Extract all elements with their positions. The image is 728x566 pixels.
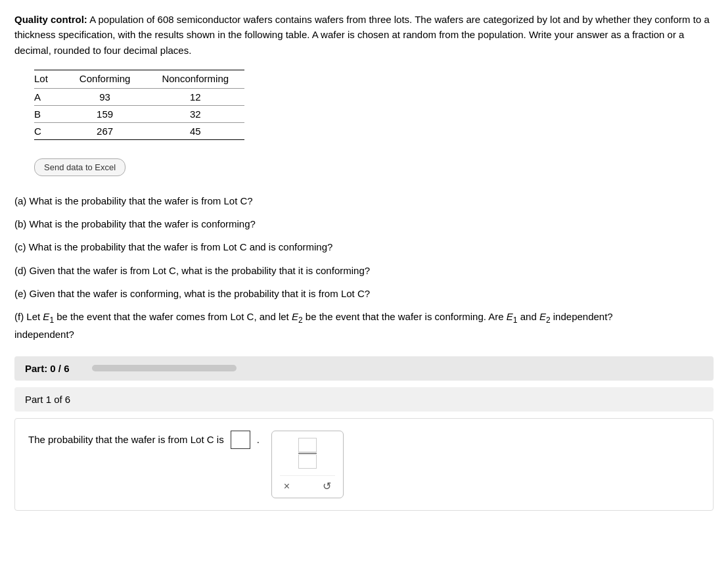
question-description: A population of 608 semiconductor wafers… [14,14,710,56]
part-question-c: (c) What is the probability that the waf… [14,239,714,254]
part-question-a: (a) What is the probability that the waf… [14,193,714,208]
part-header-section: Part 1 of 6 [14,387,714,412]
lot-b-nonconforming: 32 [146,105,244,122]
answer-input[interactable] [231,431,250,449]
part-f-e4-sub: 2 [546,316,551,325]
col-header-nonconforming: Nonconforming [146,70,244,88]
part-question-f: (f) Let E1 be the event that the wafer c… [14,309,714,342]
lot-a-conforming: 93 [64,88,147,105]
data-table: Lot Conforming Nonconforming A 93 12 B 1… [34,70,244,143]
part-f-mid3: and [518,311,539,322]
answer-text-before: The probability that the wafer is from L… [28,434,224,445]
part-f-e2: E [292,311,298,322]
popup-refresh-button[interactable]: ↺ [319,480,335,492]
popup-clear-button[interactable]: × [280,481,294,492]
table-row: C 267 45 [34,122,244,139]
lot-b-conforming: 159 [64,105,147,122]
part-f-prefix: (f) Let [14,311,43,322]
send-excel-button[interactable]: Send data to Excel [34,158,125,176]
part-question-b: (b) What is the probability that the waf… [14,216,714,231]
part-f-e2-sub: 2 [298,316,303,325]
part-f-end: independent? [551,311,613,322]
progress-label: Part: 0 / 6 [25,363,84,374]
fraction-container[interactable] [298,438,317,469]
table-row: B 159 32 [34,105,244,122]
question-text: Quality control: A population of 608 sem… [14,12,714,58]
fraction-line [298,453,317,454]
quality-control-label: Quality control: [14,14,87,25]
part-header-label: Part 1 of 6 [25,394,70,405]
data-table-wrapper: Lot Conforming Nonconforming A 93 12 B 1… [34,70,714,143]
answer-section: The probability that the wafer is from L… [14,418,714,511]
lot-c: C [34,122,64,139]
fraction-denominator-box[interactable] [298,454,317,469]
col-header-lot: Lot [34,70,64,88]
popup-bottom-row: × ↺ [280,475,335,492]
lot-c-nonconforming: 45 [146,122,244,139]
part-f-e1: E [43,311,49,322]
part-f-e3-sub: 1 [513,316,518,325]
answer-period: . [257,434,260,445]
lot-a-nonconforming: 12 [146,88,244,105]
lot-a: A [34,88,64,105]
progress-bar-background [92,365,237,371]
part-f-independent-label: independent? [14,329,74,340]
part-question-d: (d) Given that the wafer is from Lot C, … [14,263,714,278]
fraction-popup: × ↺ [271,431,344,499]
lot-b: B [34,105,64,122]
part-f-e4: E [539,311,546,322]
progress-section: Part: 0 / 6 [14,356,714,381]
answer-text-area: The probability that the wafer is from L… [28,431,260,449]
part-f-e3: E [507,311,513,322]
fraction-widget [298,438,317,469]
lot-c-conforming: 267 [64,122,147,139]
parts-section: (a) What is the probability that the waf… [14,193,714,342]
table-row: A 93 12 [34,88,244,105]
part-question-e: (e) Given that the wafer is conforming, … [14,286,714,301]
part-f-mid2: be the event that the wafer is conformin… [303,311,507,322]
col-header-conforming: Conforming [64,70,147,88]
fraction-numerator-box[interactable] [298,438,317,452]
part-f-mid1: be the event that the wafer comes from L… [54,311,292,322]
